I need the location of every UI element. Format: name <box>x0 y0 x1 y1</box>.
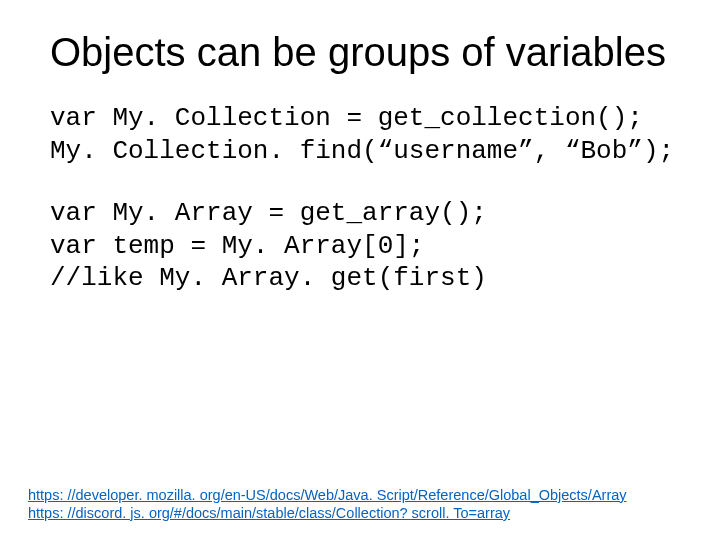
code-line-5: //like My. Array. get(first) <box>50 263 487 293</box>
code-line-1: var My. Collection = get_collection(); <box>50 103 643 133</box>
slide: Objects can be groups of variables var M… <box>0 0 720 540</box>
code-block: var My. Collection = get_collection(); M… <box>50 102 680 295</box>
code-line-3: var My. Array = get_array(); <box>50 198 487 228</box>
code-line-2: My. Collection. find(“username”, “Bob”); <box>50 136 674 166</box>
link-discordjs-collection[interactable]: https: //discord. js. org/#/docs/main/st… <box>28 504 627 522</box>
page-title: Objects can be groups of variables <box>50 30 680 74</box>
code-line-4: var temp = My. Array[0]; <box>50 231 424 261</box>
reference-links: https: //developer. mozilla. org/en-US/d… <box>28 486 627 522</box>
link-mdn-array[interactable]: https: //developer. mozilla. org/en-US/d… <box>28 486 627 504</box>
